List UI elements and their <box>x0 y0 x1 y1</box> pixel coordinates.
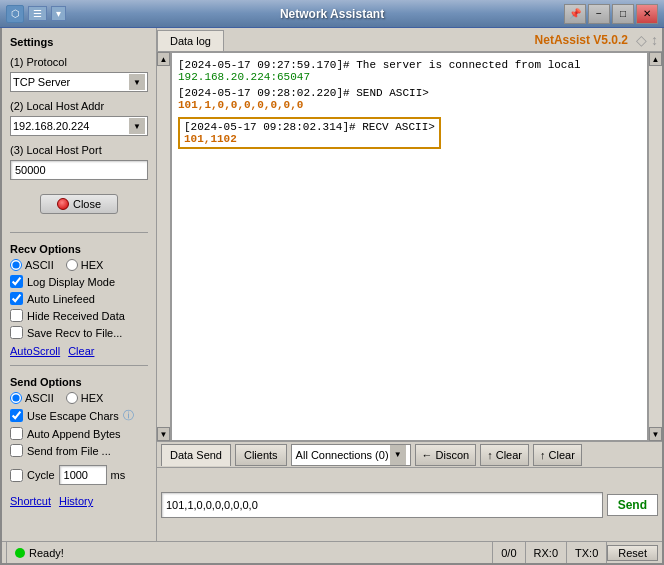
log-entry-2: [2024-05-17 09:28:02.220]# SEND ASCII> 1… <box>178 87 641 111</box>
local-host-dropdown[interactable]: 192.168.20.224 ▼ <box>10 116 148 136</box>
send-from-file-option[interactable]: Send from File ... <box>10 444 148 457</box>
title-bar: ⬡ ☰ ▾ Network Assistant 📌 − □ ✕ <box>0 0 664 28</box>
version-label: NetAssist V5.0.2 <box>535 33 628 47</box>
scroll-track <box>157 66 170 427</box>
cycle-checkbox[interactable] <box>10 469 23 482</box>
use-escape-checkbox[interactable] <box>10 409 23 422</box>
right-scrollbar: ▲ ▼ <box>648 52 662 441</box>
packets-text: 0/0 <box>501 547 516 559</box>
disconnect-button[interactable]: ← Discon <box>415 444 477 466</box>
bottom-links: Shortcut History <box>10 495 148 507</box>
ready-indicator <box>15 548 25 558</box>
all-connections-dropdown[interactable]: All Connections (0) ▼ <box>291 444 411 466</box>
use-escape-info-icon[interactable]: ⓘ <box>123 408 134 423</box>
clear-button-1[interactable]: ↑ Clear <box>480 444 529 466</box>
packets-segment: 0/0 <box>493 542 525 563</box>
status-bar: Ready! 0/0 RX:0 TX:0 Reset <box>2 541 662 563</box>
save-recv-option[interactable]: Save Recv to File... <box>10 326 148 339</box>
protocol-label: (1) Protocol <box>10 56 148 68</box>
scroll-down-btn[interactable]: ▼ <box>157 427 170 441</box>
recv-links: AutoScroll Clear <box>10 345 148 357</box>
log-area[interactable]: [2024-05-17 09:27:59.170]# The server is… <box>171 52 648 441</box>
maximize-button[interactable]: □ <box>612 4 634 24</box>
shortcut-link[interactable]: Shortcut <box>10 495 51 507</box>
recv-ascii-radio[interactable] <box>10 259 22 271</box>
main-window: Settings (1) Protocol TCP Server ▼ (2) L… <box>0 28 664 565</box>
auto-append-option[interactable]: Auto Append Bytes <box>10 427 148 440</box>
cycle-row: Cycle ms <box>10 465 148 485</box>
recv-box: [2024-05-17 09:28:02.314]# RECV ASCII> 1… <box>178 117 441 149</box>
quick-access-button[interactable]: ▾ <box>51 6 66 21</box>
log-display-checkbox[interactable] <box>10 275 23 288</box>
protocol-dropdown[interactable]: TCP Server ▼ <box>10 72 148 92</box>
left-panel: Settings (1) Protocol TCP Server ▼ (2) L… <box>2 28 157 541</box>
bottom-section: Data Send Clients All Connections (0) ▼ … <box>157 441 662 541</box>
ready-text: Ready! <box>29 547 64 559</box>
log-ts-2: [2024-05-17 09:28:02.220]# SEND ASCII> <box>178 87 641 99</box>
bottom-toolbar: Data Send Clients All Connections (0) ▼ … <box>157 442 662 468</box>
hide-received-checkbox[interactable] <box>10 309 23 322</box>
recv-mode-group: ASCII HEX <box>10 259 148 271</box>
auto-linefeed-checkbox[interactable] <box>10 292 23 305</box>
auto-linefeed-option[interactable]: Auto Linefeed <box>10 292 148 305</box>
diamond-icon: ◇ <box>636 32 647 48</box>
close-button[interactable]: ✕ <box>636 4 658 24</box>
log-entry-1: [2024-05-17 09:27:59.170]# The server is… <box>178 59 641 83</box>
clear-button-2[interactable]: ↑ Clear <box>533 444 582 466</box>
cycle-input[interactable] <box>59 465 107 485</box>
app-title: Network Assistant <box>280 7 384 21</box>
history-link[interactable]: History <box>59 495 93 507</box>
scroll-top-btn[interactable]: ▲ <box>649 52 662 66</box>
close-connection-button[interactable]: Close <box>40 194 118 214</box>
data-log-header: Data log NetAssist V5.0.2 ◇ ↕ <box>157 28 662 52</box>
nav-icon: ↕ <box>651 32 658 48</box>
recv-hex-option[interactable]: HEX <box>66 259 104 271</box>
settings-label: Settings <box>10 36 148 48</box>
clients-tab[interactable]: Clients <box>235 444 287 466</box>
local-port-input[interactable] <box>10 160 148 180</box>
protocol-dropdown-arrow: ▼ <box>129 74 145 90</box>
clear1-icon: ↑ <box>487 449 493 461</box>
send-button[interactable]: Send <box>607 494 658 516</box>
pin-button[interactable]: 📌 <box>564 4 586 24</box>
red-indicator <box>57 198 69 210</box>
divider-1 <box>10 232 148 233</box>
ready-segment: Ready! <box>6 542 493 563</box>
send-hex-option[interactable]: HEX <box>66 392 104 404</box>
clear2-icon: ↑ <box>540 449 546 461</box>
send-input[interactable] <box>161 492 603 518</box>
app-icon: ⬡ <box>6 5 24 23</box>
auto-append-checkbox[interactable] <box>10 427 23 440</box>
use-escape-option[interactable]: Use Escape Chars ⓘ <box>10 408 148 423</box>
clear-recv-link[interactable]: Clear <box>68 345 94 357</box>
header-icons: ◇ ↕ <box>636 32 658 48</box>
discon-icon: ← <box>422 449 433 461</box>
minimize-button[interactable]: − <box>588 4 610 24</box>
connections-dropdown-arrow: ▼ <box>390 445 406 465</box>
menu-button[interactable]: ☰ <box>28 6 47 21</box>
rx-text: RX:0 <box>534 547 558 559</box>
send-mode-group: ASCII HEX <box>10 392 148 404</box>
data-send-tab[interactable]: Data Send <box>161 444 231 466</box>
right-scroll-track <box>649 66 662 427</box>
scroll-bottom-btn[interactable]: ▼ <box>649 427 662 441</box>
autoscroll-link[interactable]: AutoScroll <box>10 345 60 357</box>
reset-button[interactable]: Reset <box>607 545 658 561</box>
send-options-label: Send Options <box>10 376 148 388</box>
recv-ascii-option[interactable]: ASCII <box>10 259 54 271</box>
save-recv-checkbox[interactable] <box>10 326 23 339</box>
scroll-up-btn[interactable]: ▲ <box>157 52 170 66</box>
rx-segment: RX:0 <box>526 542 567 563</box>
log-display-option[interactable]: Log Display Mode <box>10 275 148 288</box>
log-ts-3: [2024-05-17 09:28:02.314]# RECV ASCII> <box>184 121 435 133</box>
hide-received-option[interactable]: Hide Received Data <box>10 309 148 322</box>
send-hex-radio[interactable] <box>66 392 78 404</box>
send-ascii-option[interactable]: ASCII <box>10 392 54 404</box>
tx-text: TX:0 <box>575 547 598 559</box>
recv-hex-radio[interactable] <box>66 259 78 271</box>
data-log-tab[interactable]: Data log <box>157 30 224 51</box>
log-container: ▲ ▼ [2024-05-17 09:27:59.170]# The serve… <box>157 52 662 441</box>
send-ascii-radio[interactable] <box>10 392 22 404</box>
recv-options-label: Recv Options <box>10 243 148 255</box>
send-from-file-checkbox[interactable] <box>10 444 23 457</box>
